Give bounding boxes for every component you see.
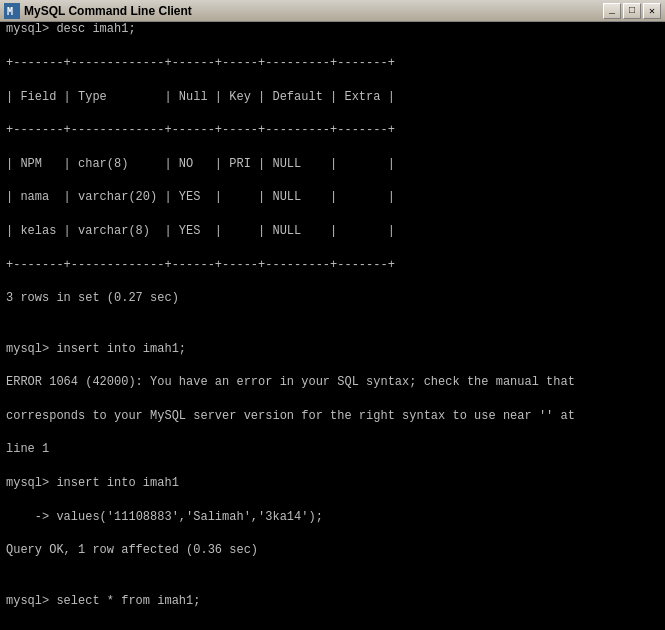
- terminal-line: mysql> select * from imah1;: [6, 593, 659, 610]
- terminal-line: +-------+-------------+------+-----+----…: [6, 122, 659, 139]
- terminal-line: Query OK, 1 row affected (0.36 sec): [6, 542, 659, 559]
- terminal-line: | nama | varchar(20) | YES | | NULL | |: [6, 189, 659, 206]
- terminal-line: mysql> insert into imah1;: [6, 341, 659, 358]
- terminal-line: +-------+-------------+------+-----+----…: [6, 55, 659, 72]
- close-button[interactable]: ✕: [643, 3, 661, 19]
- app-icon: M: [4, 3, 20, 19]
- svg-text:M: M: [7, 6, 13, 17]
- terminal-line: -> values('11108883','Salimah','3ka14');: [6, 509, 659, 526]
- window-title: MySQL Command Line Client: [24, 4, 192, 18]
- title-bar: M MySQL Command Line Client _ □ ✕: [0, 0, 665, 22]
- minimize-button[interactable]: _: [603, 3, 621, 19]
- title-buttons: _ □ ✕: [603, 3, 661, 19]
- title-bar-left: M MySQL Command Line Client: [4, 3, 192, 19]
- terminal-line: | Field | Type | Null | Key | Default | …: [6, 89, 659, 106]
- terminal-output[interactable]: Enter password: Welcome to the MySQL mon…: [0, 22, 665, 630]
- terminal-line: line 1: [6, 441, 659, 458]
- terminal-line: mysql> desc imah1;: [6, 22, 659, 38]
- terminal-line: | kelas | varchar(8) | YES | | NULL | |: [6, 223, 659, 240]
- terminal-line: 3 rows in set (0.27 sec): [6, 290, 659, 307]
- terminal-line: ERROR 1064 (42000): You have an error in…: [6, 374, 659, 391]
- terminal-line: +-------+-------------+------+-----+----…: [6, 257, 659, 274]
- terminal-line: corresponds to your MySQL server version…: [6, 408, 659, 425]
- terminal-line: | NPM | char(8) | NO | PRI | NULL | |: [6, 156, 659, 173]
- terminal-line: mysql> insert into imah1: [6, 475, 659, 492]
- maximize-button[interactable]: □: [623, 3, 641, 19]
